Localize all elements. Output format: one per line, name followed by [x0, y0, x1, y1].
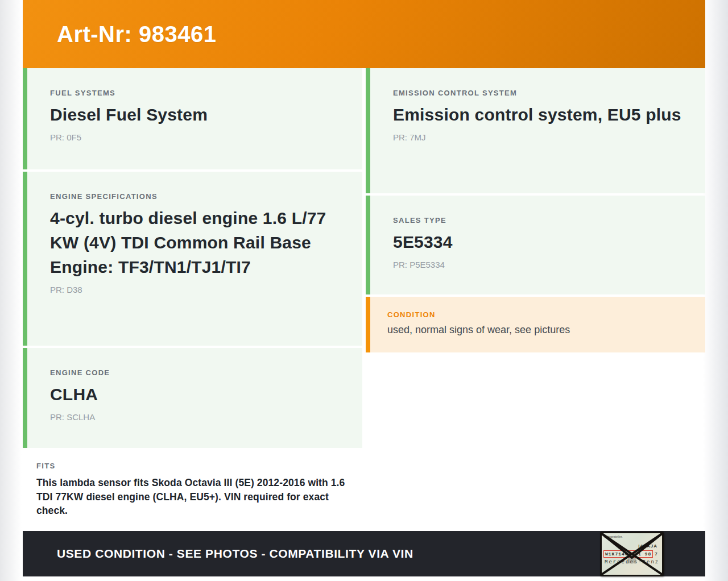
card-title: Diesel Fuel System [50, 103, 342, 127]
card-engine-specifications: ENGINE SPECIFICATIONS 4-cyl. turbo diese… [23, 172, 362, 346]
left-column: FUEL SYSTEMS Diesel Fuel System PR: 0F5 … [23, 68, 362, 529]
card-label: SALES TYPE [393, 216, 685, 225]
page-title: Art-Nr: 983461 [23, 22, 216, 47]
pr-code: PR: SCLHA [50, 412, 342, 422]
envelope-icon [600, 532, 664, 576]
spec-columns: FUEL SYSTEMS Diesel Fuel System PR: 0F5 … [23, 68, 705, 529]
condition-text: used, normal signs of wear, see pictures [387, 324, 685, 336]
pr-code: PR: 7MJ [393, 132, 685, 142]
footer-text: USED CONDITION - SEE PHOTOS - COMPATIBIL… [23, 547, 413, 561]
pr-code: PR: P5E5334 [393, 260, 685, 269]
card-fuel-systems: FUEL SYSTEMS Diesel Fuel System PR: 0F5 [23, 68, 362, 169]
pr-code: PR: 0F5 [50, 132, 342, 142]
card-label: FITS [36, 462, 345, 470]
card-label: ENGINE CODE [50, 368, 342, 377]
card-label: EMISSION CONTROL SYSTEM [393, 89, 685, 97]
pr-code: PR: D38 [50, 285, 342, 294]
card-title: 4-cyl. turbo diesel engine 1.6 L/77 KW (… [50, 206, 342, 280]
card-condition: CONDITION used, normal signs of wear, se… [366, 297, 705, 352]
card-engine-code: ENGINE CODE CLHA PR: SCLHA [23, 348, 362, 448]
card-title: CLHA [50, 383, 342, 407]
card-fits: FITS This lambda sensor fits Skoda Octav… [23, 449, 362, 529]
vin-document-stamp: Fahrgestellnr. |4| AJA W1K71463J31 98 7 … [600, 532, 664, 576]
card-title: Emission control system, EU5 plus [393, 103, 685, 127]
card-emission-control-system: EMISSION CONTROL SYSTEM Emission control… [366, 68, 705, 193]
card-label: ENGINE SPECIFICATIONS [50, 192, 342, 201]
header: Art-Nr: 983461 [23, 0, 705, 68]
card-label: CONDITION [387, 310, 685, 319]
card-label: FUEL SYSTEMS [50, 89, 342, 97]
right-column: EMISSION CONTROL SYSTEM Emission control… [366, 68, 705, 529]
card-title: 5E5334 [393, 230, 685, 255]
card-sales-type: SALES TYPE 5E5334 PR: P5E5334 [366, 196, 705, 294]
product-sheet: Art-Nr: 983461 FUEL SYSTEMS Diesel Fuel … [23, 0, 705, 581]
fits-description: This lambda sensor fits Skoda Octavia II… [36, 476, 345, 518]
